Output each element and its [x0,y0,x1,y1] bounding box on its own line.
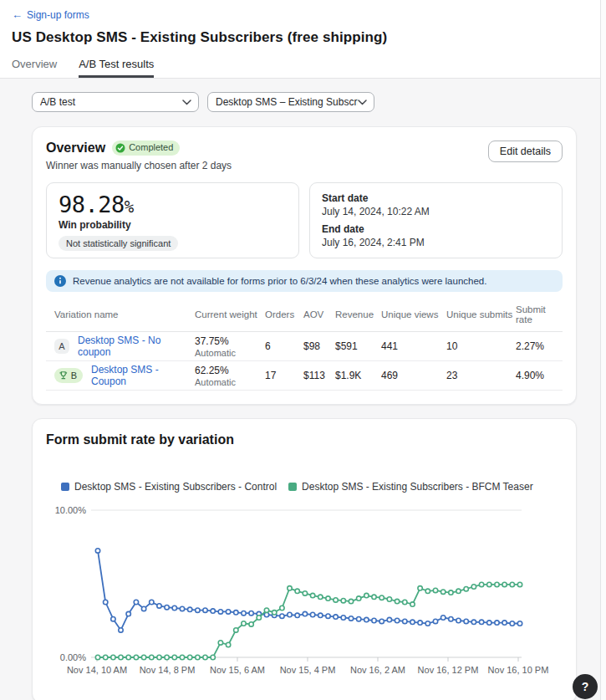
tab-overview[interactable]: Overview [12,58,57,78]
main-content: A/B test Desktop SMS – Existing Subscrib… [0,79,606,700]
x-tick-label: Nov 14, 10 AM [67,665,127,675]
end-date-value: July 16, 2024, 2:41 PM [322,237,550,248]
data-point [464,587,468,591]
data-point [425,589,430,593]
form-select[interactable]: Desktop SMS – Existing Subscribers T... [207,92,374,112]
data-point [395,599,399,603]
back-link-label: Sign-up forms [27,9,89,21]
legend-item[interactable]: Desktop SMS - Existing Subscribers - BFC… [288,481,533,493]
dates-box: Start date July 14, 2024, 10:22 AM End d… [309,182,563,258]
chart-title: Form submit rate by variation [46,432,563,447]
help-button[interactable]: ? [573,674,598,699]
data-point [203,655,207,659]
data-point [479,620,483,624]
start-date-label: Start date [322,192,550,204]
data-point [387,597,391,601]
data-point [349,599,353,603]
ab-test-select[interactable]: A/B test [32,92,199,112]
variation-link[interactable]: Desktop SMS - Coupon [91,364,195,387]
data-point [326,614,330,618]
tab-ab-test-results[interactable]: A/B Test results [79,58,154,78]
data-point [310,612,314,616]
data-point [410,602,415,606]
data-point [288,612,292,616]
data-point [495,621,499,625]
data-point [433,588,437,592]
unique-views-cell: 469 [381,370,446,381]
variation-letter: B [71,370,77,381]
overview-card: Overview Completed Winner was manually c… [32,126,577,405]
info-banner-text: Revenue analytics are not available for … [73,276,486,286]
data-point [303,591,307,595]
chevron-down-icon [182,100,191,105]
data-point [157,655,161,659]
submit-rate-cell: 4.90% [516,370,563,381]
legend-label: Desktop SMS - Existing Subscribers - BFC… [302,481,533,493]
x-tick-label: Nov 15, 6 AM [210,665,265,675]
data-point [326,596,330,600]
form-select-value: Desktop SMS – Existing Subscribers T... [216,96,358,108]
data-point [119,655,123,659]
x-tick-label: Nov 14, 8 PM [140,665,196,675]
variation-link[interactable]: Desktop SMS - No coupon [78,335,195,358]
data-point [403,619,407,623]
chart-legend: Desktop SMS - Existing Subscribers - Con… [61,481,563,493]
current-weight-cell: 37.75%Automatic [195,335,265,358]
data-point [318,613,323,617]
revenue-cell: $1.9K [335,370,381,381]
data-point [257,616,261,620]
chart-card: Form submit rate by variation Desktop SM… [32,418,577,700]
column-header: Unique submits [446,309,516,319]
data-point [242,621,246,626]
info-banner: Revenue analytics are not available for … [46,270,563,292]
aov-cell: $98 [303,340,335,352]
data-point [425,621,430,626]
data-point [172,605,176,610]
data-point [218,610,222,614]
orders-cell: 17 [265,370,303,381]
data-point [141,606,145,611]
aov-cell: $113 [303,370,335,381]
legend-label: Desktop SMS - Existing Subscribers - Con… [74,481,277,493]
data-point [126,611,130,616]
data-point [111,655,115,659]
data-point [188,607,192,611]
data-point [517,582,522,586]
variations-table: Variation nameCurrent weightOrdersAOVRev… [46,304,563,391]
data-point [449,617,453,621]
data-point [334,598,338,602]
legend-item[interactable]: Desktop SMS - Existing Subscribers - Con… [61,481,277,493]
trophy-icon [59,370,69,381]
scrollbar-gutter[interactable] [600,0,606,700]
data-point [104,600,108,604]
data-point [150,655,154,659]
check-circle-icon [115,143,125,153]
data-point [249,622,253,626]
data-point [387,617,391,621]
data-point [188,655,192,659]
data-point [242,611,246,616]
orders-cell: 6 [265,340,303,352]
x-tick-label: Nov 16, 10 PM [488,665,549,675]
data-point [95,549,99,553]
variation-letter: A [59,341,64,351]
table-header-row: Variation nameCurrent weightOrdersAOVRev… [46,304,563,332]
data-point [395,618,399,622]
back-to-signup-forms-link[interactable]: ← Sign-up forms [12,9,89,21]
data-point [403,600,407,604]
edit-details-button[interactable]: Edit details [488,141,563,162]
data-point [364,593,369,597]
win-probability-box: 98.28% Win probability Not statistically… [46,182,299,258]
data-point [479,582,483,586]
unique-views-cell: 441 [381,340,446,352]
data-point [441,616,446,620]
info-icon [54,275,66,287]
data-point [226,610,230,614]
data-point [104,655,108,659]
data-point [165,605,169,610]
x-tick-label: Nov 16, 12 PM [418,665,479,675]
data-point [449,590,453,595]
data-point [372,595,376,599]
start-date-value: July 14, 2024, 10:22 AM [322,206,550,217]
data-point [234,628,238,632]
